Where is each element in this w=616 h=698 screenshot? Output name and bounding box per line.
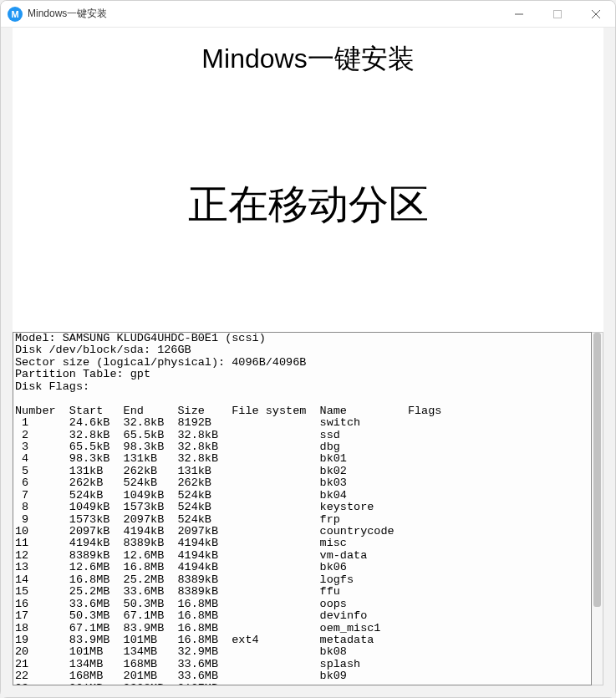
log-scrollbar[interactable] — [592, 332, 603, 685]
close-button[interactable] — [577, 1, 615, 27]
app-window: M Mindows一键安装 Mindows一键安装 正在移动分区 Model: … — [0, 0, 616, 698]
minimize-button[interactable] — [500, 1, 538, 27]
window-title: Mindows一键安装 — [28, 7, 500, 21]
page-title: Mindows一键安装 — [13, 41, 603, 78]
inner-panel: Mindows一键安装 正在移动分区 Model: SAMSUNG KLUDG4… — [13, 28, 603, 685]
app-icon: M — [8, 7, 23, 22]
app-icon-letter: M — [11, 9, 18, 19]
log-output: Model: SAMSUNG KLUDG4UHDC-B0E1 (scsi) Di… — [13, 332, 592, 685]
status-text: 正在移动分区 — [13, 178, 603, 232]
titlebar: M Mindows一键安装 — [1, 1, 615, 28]
log-wrap: Model: SAMSUNG KLUDG4UHDC-B0E1 (scsi) Di… — [13, 332, 603, 685]
svg-rect-1 — [554, 10, 562, 18]
content-area: Mindows一键安装 正在移动分区 Model: SAMSUNG KLUDG4… — [1, 28, 615, 697]
log-scrollbar-thumb[interactable] — [593, 333, 601, 607]
window-controls — [500, 1, 615, 27]
maximize-icon — [553, 10, 562, 18]
close-icon — [592, 10, 600, 18]
maximize-button — [538, 1, 577, 27]
minimize-icon — [515, 10, 523, 18]
